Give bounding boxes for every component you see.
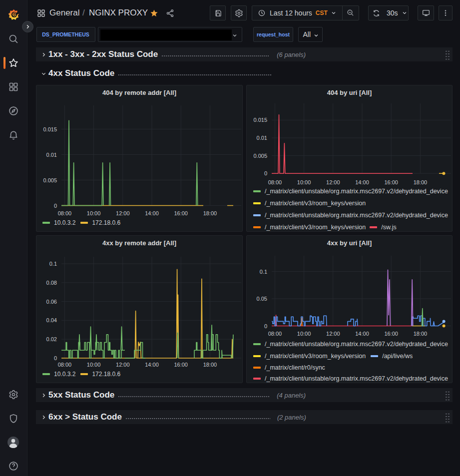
svg-text:14:00: 14:00 xyxy=(355,331,369,337)
svg-text:0: 0 xyxy=(264,170,267,176)
svg-text:0: 0 xyxy=(54,355,57,361)
svg-text:08:00: 08:00 xyxy=(58,210,72,216)
svg-text:0.02: 0.02 xyxy=(46,336,57,342)
svg-text:12:00: 12:00 xyxy=(116,362,130,368)
svg-text:0.05: 0.05 xyxy=(257,296,267,302)
svg-text:14:00: 14:00 xyxy=(145,210,159,216)
svg-text:0.08: 0.08 xyxy=(46,280,57,286)
svg-text:16:00: 16:00 xyxy=(384,331,398,337)
svg-text:10:00: 10:00 xyxy=(297,179,311,185)
svg-text:08:00: 08:00 xyxy=(268,331,282,337)
svg-text:16:00: 16:00 xyxy=(174,362,188,368)
svg-text:18:00: 18:00 xyxy=(203,362,217,368)
svg-text:0.1: 0.1 xyxy=(49,261,57,267)
svg-text:0.015: 0.015 xyxy=(253,117,267,123)
svg-text:18:00: 18:00 xyxy=(203,210,217,216)
svg-text:0.005: 0.005 xyxy=(253,153,267,159)
svg-text:0.015: 0.015 xyxy=(43,126,57,132)
svg-text:16:00: 16:00 xyxy=(174,210,188,216)
svg-text:12:00: 12:00 xyxy=(116,210,130,216)
svg-text:0.06: 0.06 xyxy=(46,299,57,305)
svg-text:18:00: 18:00 xyxy=(414,179,428,185)
svg-text:12:00: 12:00 xyxy=(326,179,340,185)
svg-text:0: 0 xyxy=(54,203,57,209)
svg-text:0.1: 0.1 xyxy=(260,269,267,275)
svg-text:08:00: 08:00 xyxy=(58,362,72,368)
svg-text:14:00: 14:00 xyxy=(355,179,369,185)
svg-text:0: 0 xyxy=(264,323,267,329)
svg-text:10:00: 10:00 xyxy=(297,331,311,337)
svg-text:0.01: 0.01 xyxy=(46,152,57,158)
svg-text:12:00: 12:00 xyxy=(326,331,340,337)
svg-text:14:00: 14:00 xyxy=(145,362,159,368)
svg-text:0.005: 0.005 xyxy=(43,177,57,183)
svg-text:08:00: 08:00 xyxy=(268,179,282,185)
svg-text:10:00: 10:00 xyxy=(87,210,101,216)
svg-text:16:00: 16:00 xyxy=(384,179,398,185)
svg-text:10:00: 10:00 xyxy=(87,362,101,368)
svg-text:18:00: 18:00 xyxy=(414,331,428,337)
svg-text:0.04: 0.04 xyxy=(46,317,57,323)
svg-text:0.01: 0.01 xyxy=(257,135,267,141)
